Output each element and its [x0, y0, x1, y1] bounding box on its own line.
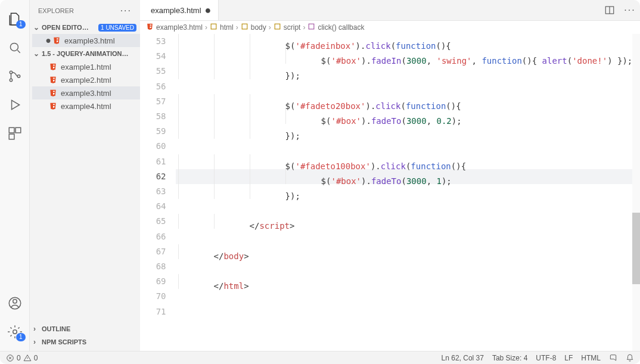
- breadcrumb-label: html: [220, 23, 234, 32]
- html-file-icon: [49, 76, 57, 84]
- status-language[interactable]: HTML: [581, 354, 601, 362]
- settings-badge: 1: [16, 333, 26, 341]
- more-actions-icon[interactable]: ···: [620, 0, 640, 20]
- breadcrumb-segment[interactable]: html: [210, 23, 234, 32]
- breadcrumb-label: example3.html: [156, 23, 203, 32]
- breadcrumb-segment[interactable]: example3.html: [146, 23, 203, 32]
- folder-label: 1.5 - JQUERY-ANIMATION…: [42, 50, 128, 57]
- svg-rect-11: [211, 24, 216, 29]
- file-label: example3.html: [61, 89, 111, 98]
- code-line[interactable]: });: [176, 124, 633, 139]
- breadcrumbs[interactable]: example3.html›html›body›script›click() c…: [140, 21, 640, 34]
- code-line[interactable]: </script>: [176, 214, 633, 229]
- file-tree-item[interactable]: example4.html: [32, 99, 140, 113]
- code-line[interactable]: });: [176, 184, 633, 199]
- code-line[interactable]: $('#fadeto100box').click(function(){: [176, 154, 633, 169]
- search-icon[interactable]: [7, 39, 23, 56]
- code-editor[interactable]: $('#fadeinbox').click(function(){ $('#bo…: [176, 34, 633, 351]
- chevron-right-icon: ›: [33, 338, 42, 346]
- status-problems[interactable]: 0 0: [6, 354, 38, 362]
- code-line[interactable]: [176, 79, 633, 94]
- line-number-gutter: 53545556575859606162636465666768697071: [140, 34, 176, 351]
- status-cursor[interactable]: Ln 62, Col 37: [442, 354, 484, 362]
- html-file-icon: [49, 102, 57, 110]
- svg-rect-6: [9, 134, 14, 139]
- feedback-icon[interactable]: [609, 354, 617, 362]
- error-count: 0: [17, 354, 21, 362]
- code-line[interactable]: [176, 289, 633, 304]
- code-line[interactable]: $('#box').fadeTo(3000, 0.2);: [176, 109, 633, 124]
- code-line[interactable]: [176, 304, 633, 319]
- settings-icon[interactable]: 1: [7, 323, 23, 340]
- code-line[interactable]: });: [176, 64, 633, 79]
- svg-rect-12: [242, 24, 247, 29]
- code-line[interactable]: $('#fadeinbox').click(function(){: [176, 34, 633, 49]
- code-line[interactable]: [176, 199, 633, 214]
- file-label: example4.html: [61, 102, 111, 111]
- code-line[interactable]: $('#fadeto20box').click(function(){: [176, 94, 633, 109]
- notifications-icon[interactable]: [626, 354, 634, 362]
- svg-point-0: [10, 43, 18, 51]
- open-editors-label: OPEN EDITO…: [42, 24, 89, 31]
- code-line[interactable]: $('#box').fadeIn(3000, 'swing', function…: [176, 49, 633, 64]
- code-line[interactable]: [176, 229, 633, 244]
- breadcrumb-icon: [274, 23, 281, 32]
- breadcrumb-segment[interactable]: script: [274, 23, 301, 32]
- tab-bar: example3.html ● ···: [140, 0, 640, 21]
- sidebar-more-icon[interactable]: ···: [120, 5, 132, 16]
- html-file-icon: [49, 63, 57, 71]
- breadcrumb-icon: [307, 23, 315, 32]
- code-line[interactable]: </body>: [176, 244, 633, 259]
- svg-rect-13: [275, 24, 280, 29]
- chevron-right-icon: ›: [269, 23, 271, 32]
- folder-header[interactable]: ⌄ 1.5 - JQUERY-ANIMATION…: [30, 47, 140, 60]
- chevron-right-icon: ›: [236, 23, 238, 32]
- breadcrumb-segment[interactable]: click() callback: [307, 23, 364, 32]
- accounts-icon[interactable]: [7, 295, 23, 312]
- file-tree-item[interactable]: example3.html: [32, 86, 140, 99]
- minimap-scrollbar[interactable]: [632, 34, 640, 351]
- svg-point-3: [17, 75, 20, 77]
- sidebar-section-header[interactable]: ›NPM SCRIPTS: [30, 335, 140, 349]
- svg-point-1: [10, 71, 12, 73]
- breadcrumb-label: body: [251, 23, 266, 32]
- sidebar-title: EXPLORER: [38, 7, 74, 14]
- status-encoding[interactable]: UTF-8: [536, 354, 556, 362]
- chevron-right-icon: ›: [303, 23, 305, 32]
- code-line[interactable]: $('#box').fadeTo(3000, 1);: [176, 169, 633, 184]
- file-label: example2.html: [61, 76, 111, 85]
- unsaved-badge: 1 UNSAVED: [98, 24, 136, 32]
- editor-area: example3.html ● ··· example3.html›html›b…: [140, 0, 640, 351]
- sidebar-section-header[interactable]: ›OUTLINE: [30, 322, 140, 335]
- source-control-icon[interactable]: [7, 68, 23, 85]
- extensions-icon[interactable]: [7, 125, 23, 142]
- breadcrumb-label: click() callback: [318, 23, 364, 32]
- svg-rect-14: [309, 24, 315, 29]
- html-file-icon: [49, 89, 57, 97]
- chevron-down-icon: ⌄: [33, 49, 42, 58]
- breadcrumb-icon: [210, 23, 218, 32]
- file-tree-item[interactable]: example2.html: [32, 73, 140, 86]
- code-line[interactable]: [176, 259, 633, 274]
- section-label: NPM SCRIPTS: [42, 338, 86, 346]
- open-editor-item[interactable]: ●example3.html: [32, 34, 140, 47]
- breadcrumb-icon: [146, 23, 154, 32]
- explorer-icon[interactable]: 1: [7, 11, 23, 27]
- file-tree-item[interactable]: example1.html: [32, 60, 140, 73]
- status-eol[interactable]: LF: [564, 354, 573, 362]
- editor-tab[interactable]: example3.html ●: [140, 0, 219, 20]
- status-tabsize[interactable]: Tab Size: 4: [492, 354, 527, 362]
- breadcrumb-segment[interactable]: body: [241, 23, 266, 32]
- code-line[interactable]: [176, 139, 633, 154]
- svg-rect-4: [9, 127, 14, 133]
- status-bar: 0 0 Ln 62, Col 37 Tab Size: 4 UTF-8 LF H…: [0, 351, 640, 364]
- open-editors-header[interactable]: ⌄ OPEN EDITO… 1 UNSAVED: [30, 21, 140, 34]
- activity-bar: 1 1: [0, 0, 30, 351]
- code-line[interactable]: </html>: [176, 274, 633, 289]
- chevron-right-icon: ›: [33, 325, 42, 333]
- explorer-badge: 1: [16, 20, 26, 29]
- split-editor-icon[interactable]: [599, 0, 620, 20]
- svg-rect-5: [15, 127, 21, 133]
- run-debug-icon[interactable]: [7, 97, 23, 113]
- file-label: example1.html: [61, 63, 111, 71]
